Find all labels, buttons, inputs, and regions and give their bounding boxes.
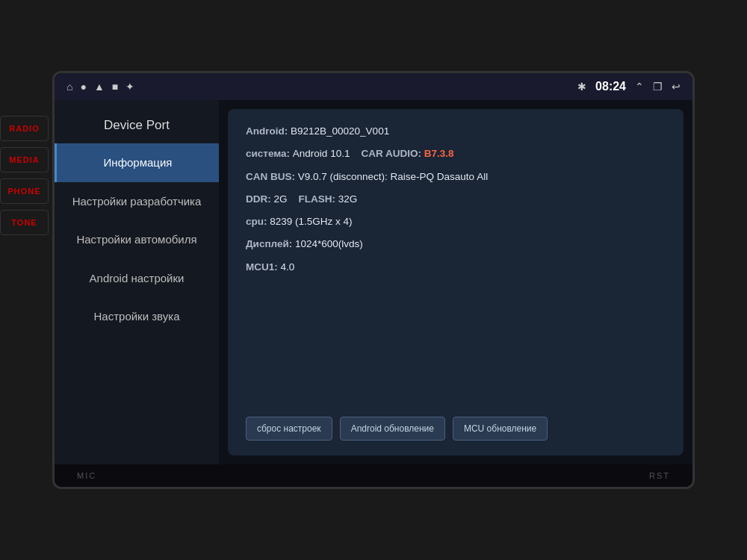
- clock: 08:24: [595, 80, 626, 93]
- mcu-value: 4.0: [281, 261, 295, 273]
- android-value: B9212B_00020_V001: [291, 125, 389, 137]
- status-left-icons: ⌂ ● ▲ ■ ✦: [66, 81, 134, 93]
- canbus-row: CAN BUS: V9.0.7 (disconnect): Raise-PQ D…: [246, 169, 666, 184]
- android-label: Android:: [246, 125, 288, 137]
- tone-button[interactable]: TONE: [0, 210, 49, 235]
- ddr-label: DDR:: [246, 193, 271, 205]
- ddr-row: DDR: 2G FLASH: 32G: [246, 192, 666, 207]
- android-row: Android: B9212B_00020_V001: [246, 124, 666, 139]
- mic-label: MIC: [77, 471, 96, 480]
- media-button[interactable]: MEDIA: [0, 147, 49, 172]
- bottom-bar: MIC RST: [55, 464, 692, 487]
- radio-button[interactable]: RADIO: [0, 116, 49, 141]
- canbus-value: V9.0.7 (disconnect): Raise-PQ Dasauto Al…: [298, 171, 488, 182]
- car-audio-value: B7.3.8: [424, 148, 454, 159]
- canbus-label: CAN BUS:: [246, 171, 295, 182]
- info-content: Android: B9212B_00020_V001 система: Andr…: [246, 124, 666, 405]
- bluetooth-icon: ✱: [577, 81, 586, 93]
- mcu-label: MCU1:: [246, 261, 278, 273]
- home-icon: ⌂: [66, 81, 72, 93]
- rst-label: RST: [649, 471, 670, 480]
- car-unit: ⌂ ● ▲ ■ ✦ ✱ 08:24 ⌃ ❐ ↩ Device P: [52, 71, 695, 489]
- info-panel: Android: B9212B_00020_V001 система: Andr…: [228, 109, 684, 455]
- cpu-row: cpu: 8239 (1.5GHz x 4): [246, 214, 666, 229]
- menu-item-info[interactable]: Информация: [55, 143, 219, 182]
- main-content: Device Port Информация Настройки разрабо…: [55, 100, 692, 464]
- system-label: система:: [246, 148, 290, 159]
- mcu-update-button[interactable]: MCU обновление: [453, 417, 548, 441]
- menu-item-android-settings[interactable]: Android настройки: [55, 259, 219, 298]
- menu-title: Device Port: [55, 108, 219, 143]
- square-icon: ■: [112, 81, 118, 93]
- system-row: система: Android 10.1 CAR AUDIO: B7.3.8: [246, 146, 666, 161]
- screen: ⌂ ● ▲ ■ ✦ ✱ 08:24 ⌃ ❐ ↩ Device P: [55, 73, 692, 487]
- usb-icon: ✦: [125, 81, 134, 93]
- signal-icon: ⌃: [635, 81, 644, 93]
- display-label: Дисплей:: [246, 238, 292, 249]
- flash-value: 32G: [338, 193, 358, 205]
- status-bar: ⌂ ● ▲ ■ ✦ ✱ 08:24 ⌃ ❐ ↩: [55, 73, 692, 100]
- triangle-icon: ▲: [94, 81, 105, 93]
- reset-button[interactable]: сброс настроек: [246, 417, 332, 441]
- system-value: Android 10.1: [293, 148, 350, 159]
- cpu-label: cpu:: [246, 216, 267, 227]
- physical-buttons: RADIO MEDIA PHONE TONE: [0, 71, 49, 489]
- dot-icon: ●: [80, 81, 86, 93]
- display-value: 1024*600(lvds): [295, 238, 363, 249]
- window-icon: ❐: [653, 81, 663, 93]
- status-right-area: ✱ 08:24 ⌃ ❐ ↩: [577, 80, 681, 93]
- back-icon: ↩: [672, 81, 681, 93]
- display-row: Дисплей: 1024*600(lvds): [246, 237, 666, 252]
- ddr-value: 2G: [274, 193, 288, 205]
- left-menu: Device Port Информация Настройки разрабо…: [55, 100, 219, 464]
- cpu-value: 8239 (1.5GHz x 4): [270, 216, 352, 227]
- mcu-row: MCU1: 4.0: [246, 260, 666, 275]
- flash-label: FLASH:: [299, 193, 336, 205]
- car-audio-label: CAR AUDIO:: [361, 148, 421, 159]
- menu-item-car-settings[interactable]: Настройки автомобиля: [55, 220, 219, 259]
- action-buttons: сброс настроек Android обновление MCU об…: [246, 417, 666, 441]
- menu-item-sound-settings[interactable]: Настройки звука: [55, 297, 219, 336]
- menu-item-dev-settings[interactable]: Настройки разработчика: [55, 182, 219, 221]
- phone-button[interactable]: PHONE: [0, 178, 49, 204]
- android-update-button[interactable]: Android обновление: [340, 417, 445, 441]
